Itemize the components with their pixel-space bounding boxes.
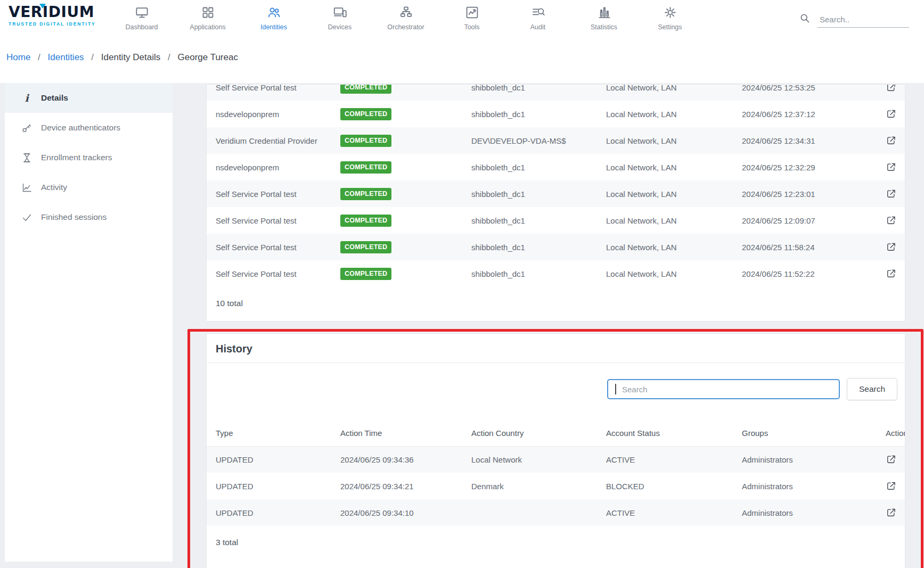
session-name: Self Service Portal test	[207, 260, 331, 287]
session-time: 2024/06/25 11:52:22	[733, 260, 877, 287]
session-time: 2024/06/25 12:37:12	[733, 101, 877, 127]
history-row: UPDATED 2024/06/25 09:34:36 Local Networ…	[207, 446, 905, 473]
open-record-icon[interactable]	[886, 268, 896, 279]
session-account: shibboleth_dc1	[462, 84, 597, 101]
status-badge: COMPLETED	[340, 241, 391, 253]
global-search	[799, 13, 909, 28]
sidebar-item-enrollment-trackers[interactable]: Enrollment trackers	[5, 143, 173, 172]
key-icon	[21, 122, 32, 134]
session-account: shibboleth_dc1	[462, 207, 597, 234]
open-record-icon[interactable]	[886, 481, 896, 491]
session-row: nsdeveloponprem COMPLETED shibboleth_dc1…	[207, 154, 905, 180]
open-record-icon[interactable]	[886, 109, 896, 119]
nav-settings[interactable]: Settings	[637, 0, 703, 37]
open-record-icon[interactable]	[886, 507, 896, 518]
search-icon[interactable]	[799, 13, 810, 26]
session-network: Local Network, LAN	[597, 154, 733, 180]
nav-orchestrator[interactable]: Orchestrator	[373, 0, 439, 37]
open-record-icon[interactable]	[886, 84, 896, 93]
history-groups: Administrators	[733, 446, 877, 473]
session-account: DEV\DEVELOP-VDA-MS$	[462, 127, 597, 154]
sidebar-item-device-authenticators[interactable]: Device authenticators	[5, 113, 173, 143]
brand-tagline: TRUSTED DIGITAL IDENTITY	[9, 21, 96, 27]
veridium-logo[interactable]: VERIDIUM TRUSTED DIGITAL IDENTITY	[9, 3, 96, 27]
global-search-input[interactable]	[817, 13, 909, 28]
session-time: 2024/06/25 11:58:24	[733, 234, 877, 260]
session-name: Self Service Portal test	[207, 207, 331, 234]
session-name: nsdeveloponprem	[207, 101, 331, 127]
history-search-input[interactable]	[607, 379, 840, 399]
session-time: 2024/06/25 12:53:25	[733, 84, 877, 101]
orchestrator-icon	[399, 5, 413, 20]
session-network: Local Network, LAN	[597, 84, 733, 101]
history-card: History Search Type Action Time Action C…	[206, 333, 905, 568]
history-title: History	[207, 334, 905, 363]
sidebar-item-activity[interactable]: Activity	[5, 172, 173, 202]
nav-audit[interactable]: Audit	[505, 0, 571, 37]
open-record-icon[interactable]	[886, 188, 896, 199]
col-action-country: Action Country	[462, 421, 597, 446]
session-network: Local Network, LAN	[597, 127, 733, 154]
session-row: Self Service Portal test COMPLETED shibb…	[207, 84, 905, 101]
nav-devices[interactable]: Devices	[307, 0, 373, 37]
breadcrumb-separator: /	[168, 52, 170, 62]
session-time: 2024/06/25 12:09:07	[733, 207, 877, 234]
session-time: 2024/06/25 12:23:01	[733, 180, 877, 207]
open-record-icon[interactable]	[886, 454, 896, 465]
open-record-icon[interactable]	[886, 215, 896, 226]
session-network: Local Network, LAN	[597, 260, 733, 287]
breadcrumb-separator: /	[38, 52, 40, 62]
session-account: shibboleth_dc1	[462, 101, 597, 127]
open-record-icon[interactable]	[886, 242, 896, 252]
brand-name: VERIDIUM	[9, 3, 94, 21]
identity-sidebar: Details Device authenticators Enrollment…	[5, 81, 173, 562]
session-row: Self Service Portal test COMPLETED shibb…	[207, 234, 905, 260]
open-record-icon[interactable]	[886, 162, 896, 172]
nav-tools[interactable]: Tools	[439, 0, 505, 37]
identities-icon	[267, 5, 281, 20]
session-account: shibboleth_dc1	[462, 234, 597, 260]
sidebar-item-finished-sessions[interactable]: Finished sessions	[5, 202, 173, 232]
session-name: Self Service Portal test	[207, 234, 331, 260]
breadcrumb-identities[interactable]: Identities	[48, 52, 84, 62]
hourglass-icon	[21, 152, 32, 163]
history-search-field	[607, 379, 840, 399]
history-status: ACTIVE	[597, 446, 733, 473]
session-account: shibboleth_dc1	[462, 154, 597, 180]
tools-icon	[465, 5, 479, 20]
history-row: UPDATED 2024/06/25 09:34:10 ACTIVE Admin…	[207, 499, 905, 526]
history-type: UPDATED	[207, 446, 331, 473]
main-content: Self Service Portal test COMPLETED shibb…	[206, 84, 905, 568]
nav-identities[interactable]: Identities	[241, 0, 307, 37]
check-icon	[21, 212, 32, 223]
nav-statistics[interactable]: Statistics	[571, 0, 637, 37]
session-row: Self Service Portal test COMPLETED shibb…	[207, 260, 905, 287]
session-network: Local Network, LAN	[597, 180, 733, 207]
session-account: shibboleth_dc1	[462, 180, 597, 207]
sidebar-item-details[interactable]: Details	[5, 83, 173, 113]
status-badge: COMPLETED	[340, 135, 391, 147]
history-search-button[interactable]: Search	[847, 378, 897, 400]
status-badge: COMPLETED	[340, 161, 391, 174]
session-name: Veridium Credential Provider	[207, 127, 331, 154]
open-record-icon[interactable]	[886, 135, 896, 146]
breadcrumb-home[interactable]: Home	[6, 52, 30, 62]
history-country: Denmark	[462, 473, 597, 499]
history-wrap: History Search Type Action Time Action C…	[206, 333, 905, 568]
devices-icon	[333, 5, 347, 20]
info-icon	[21, 93, 32, 103]
brand-triangle-icon	[39, 4, 46, 9]
session-row: Veridium Credential Provider COMPLETED D…	[207, 127, 905, 154]
col-actions: Actions	[877, 421, 905, 446]
session-row: Self Service Portal test COMPLETED shibb…	[207, 180, 905, 207]
sessions-card: Self Service Portal test COMPLETED shibb…	[206, 84, 905, 322]
nav-applications[interactable]: Applications	[175, 0, 241, 37]
history-time: 2024/06/25 09:34:10	[331, 499, 462, 526]
session-name: nsdeveloponprem	[207, 154, 331, 180]
status-badge: COMPLETED	[340, 188, 391, 200]
nav-dashboard[interactable]: Dashboard	[109, 0, 175, 37]
session-network: Local Network, LAN	[597, 101, 733, 127]
dashboard-icon	[135, 5, 149, 20]
history-row: UPDATED 2024/06/25 09:34:21 Denmark BLOC…	[207, 473, 905, 499]
primary-nav: Dashboard Applications Identities Device…	[109, 0, 703, 37]
